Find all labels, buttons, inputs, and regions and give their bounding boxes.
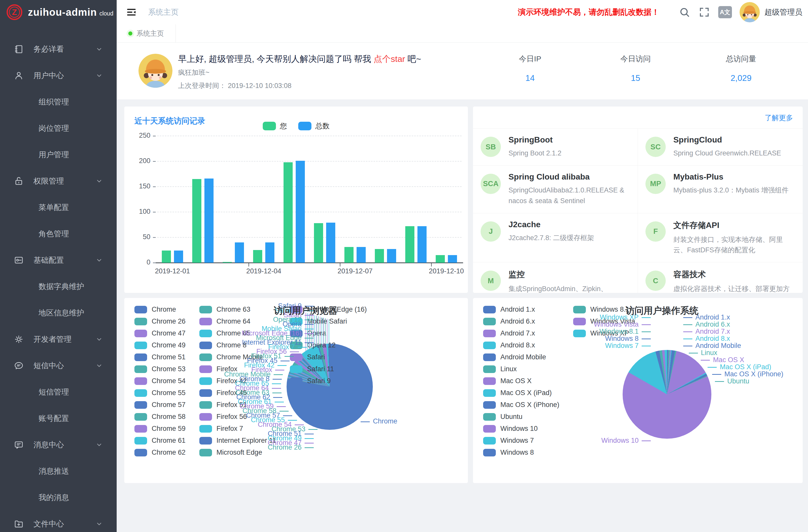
breadcrumb[interactable]: 系统主页 — [148, 7, 179, 18]
legend-item[interactable]: Chrome 51 — [134, 353, 186, 361]
sidebar: Z zuihou-admin cloud 务必详看 用户中心 组织管理 — [0, 0, 117, 532]
sidebar-item[interactable]: 短信中心 — [0, 352, 117, 379]
legend-label: Chrome 57 — [152, 401, 186, 409]
legend-swatch — [483, 318, 496, 325]
learn-more-link[interactable]: 了解更多 — [765, 113, 793, 123]
sidebar-item-icon — [14, 440, 24, 450]
sidebar-item[interactable]: 角色管理 — [0, 221, 117, 247]
bar-2019-12-06-总数[interactable] — [326, 223, 335, 263]
sidebar-item[interactable]: 基础配置 — [0, 247, 117, 273]
legend-item[interactable]: Chrome 49 — [134, 341, 186, 349]
legend-item[interactable]: Mac OS X (iPad) — [483, 389, 559, 397]
legend-item[interactable]: Windows 7 — [483, 437, 559, 444]
bar-2019-12-05-总数[interactable] — [296, 161, 305, 263]
legend-swatch — [573, 330, 586, 337]
bar-2019-12-10-您[interactable] — [436, 255, 445, 263]
legend-item[interactable]: Chrome 26 — [134, 317, 186, 325]
legend-item[interactable]: Ubuntu — [483, 413, 559, 421]
bar-2019-12-04-您[interactable] — [253, 250, 262, 263]
legend-item[interactable]: Chrome 62 — [134, 448, 186, 456]
legend-item[interactable]: Android 7.x — [483, 329, 559, 337]
legend-item[interactable]: 总数 — [298, 121, 330, 131]
bar-2019-12-01-总数[interactable] — [174, 251, 183, 263]
sidebar-item[interactable]: 消息中心 — [0, 432, 117, 458]
bar-2019-12-08-您[interactable] — [375, 249, 384, 263]
xtick: 2019-12-04 — [246, 267, 281, 275]
legend-item[interactable]: Chrome 54 — [134, 377, 186, 385]
last-login: 上次登录时间： 2019-12-10 10:03:08 — [178, 81, 291, 90]
fullscreen-icon[interactable] — [698, 6, 710, 18]
legend-item[interactable]: Microsoft Edge — [199, 448, 276, 456]
sidebar-item[interactable]: 文件中心 — [0, 511, 117, 532]
legend-item[interactable]: Safari — [290, 353, 367, 361]
bar-2019-12-04-总数[interactable] — [265, 242, 274, 263]
bar-2019-12-06-您[interactable] — [314, 223, 323, 263]
sidebar-item[interactable]: 短信管理 — [0, 379, 117, 405]
sidebar-item[interactable]: 开发者管理 — [0, 326, 117, 352]
tab-home[interactable]: 系统主页 — [117, 24, 176, 42]
sidebar-item-label: 基础配置 — [34, 255, 64, 265]
sidebar-item[interactable]: 菜单配置 — [0, 194, 117, 221]
sidebar-item[interactable]: 用户管理 — [0, 142, 117, 168]
legend-item[interactable]: Linux — [483, 365, 559, 373]
stat-label: 总访问量 — [688, 54, 794, 64]
bar-2019-12-08-总数[interactable] — [387, 249, 396, 263]
avatar[interactable] — [739, 2, 760, 22]
legend-item[interactable]: Mac OS X — [483, 377, 559, 385]
language-icon[interactable]: A文 — [718, 6, 732, 18]
sidebar-item[interactable]: 数据字典维护 — [0, 273, 117, 300]
sidebar-item[interactable]: 用户中心 — [0, 62, 117, 89]
legend-item[interactable]: Chrome — [134, 306, 186, 313]
bar-2019-12-07-总数[interactable] — [356, 247, 366, 263]
bar-2019-12-07-您[interactable] — [344, 247, 353, 263]
legend-item[interactable]: Windows 10 — [483, 425, 559, 433]
sidebar-collapse-icon[interactable] — [126, 6, 137, 18]
legend-item[interactable]: 您 — [263, 121, 287, 131]
pie-label: Android 8.x — [683, 335, 730, 343]
bar-2019-12-02-您[interactable] — [192, 179, 201, 263]
search-icon[interactable] — [679, 6, 690, 18]
legend-item[interactable]: Chrome 59 — [134, 425, 186, 433]
bar-2019-12-05-您[interactable] — [283, 162, 293, 263]
bar-2019-12-01-您[interactable] — [162, 251, 171, 263]
legend-item[interactable]: Chrome 58 — [134, 413, 186, 421]
sidebar-item[interactable]: 消息推送 — [0, 458, 117, 484]
legend-item[interactable]: Android Mobile — [483, 353, 559, 361]
legend-swatch — [134, 425, 147, 433]
legend-item[interactable]: Chrome 55 — [134, 389, 186, 397]
legend-item[interactable]: Safari 9 — [290, 377, 367, 385]
xtick: 2019-12-07 — [337, 267, 372, 275]
legend-item[interactable]: Chrome 57 — [134, 401, 186, 409]
legend-label: Firefox 7 — [217, 425, 243, 433]
star-link[interactable]: 点个star — [373, 54, 405, 63]
legend-item[interactable]: Mac OS X (iPhone) — [483, 401, 559, 409]
bar-2019-12-09-您[interactable] — [405, 226, 415, 263]
tech-card-badge: J — [481, 221, 501, 242]
legend-item[interactable]: Android 6.x — [483, 317, 559, 325]
current-user-name[interactable]: 超级管理员 — [765, 7, 803, 18]
legend-item[interactable]: Chrome 53 — [134, 365, 186, 373]
bar-2019-12-10-总数[interactable] — [448, 255, 457, 263]
bar-2019-12-09-总数[interactable] — [418, 226, 426, 263]
sidebar-item[interactable]: 岗位管理 — [0, 115, 117, 142]
legend-item[interactable]: Chrome 64 — [199, 317, 276, 325]
sidebar-item[interactable]: 账号配置 — [0, 405, 117, 432]
bar-2019-12-03-总数[interactable] — [235, 242, 244, 263]
sidebar-item[interactable]: 我的消息 — [0, 484, 117, 511]
legend-item[interactable]: Chrome 63 — [199, 306, 276, 313]
legend-item[interactable]: Android 8.x — [483, 341, 559, 349]
os-pie[interactable] — [623, 350, 711, 439]
sidebar-item[interactable]: 权限管理 — [0, 168, 117, 194]
legend-item[interactable]: Android 1.x — [483, 306, 559, 313]
legend-item[interactable]: Chrome 47 — [134, 329, 186, 337]
legend-item[interactable]: Internet Explorer 11 — [199, 437, 276, 444]
tech-card-title: Mybatis-Plus — [673, 172, 789, 182]
sidebar-item[interactable]: 组织管理 — [0, 89, 117, 115]
bar-2019-12-03-您[interactable] — [223, 262, 232, 263]
legend-item[interactable]: Windows 8 — [483, 448, 559, 456]
legend-item[interactable]: Safari 11 — [290, 365, 367, 373]
sidebar-item[interactable]: 务必详看 — [0, 36, 117, 62]
sidebar-item[interactable]: 地区信息维护 — [0, 300, 117, 326]
legend-item[interactable]: Chrome 61 — [134, 437, 186, 444]
bar-2019-12-02-总数[interactable] — [204, 179, 214, 263]
